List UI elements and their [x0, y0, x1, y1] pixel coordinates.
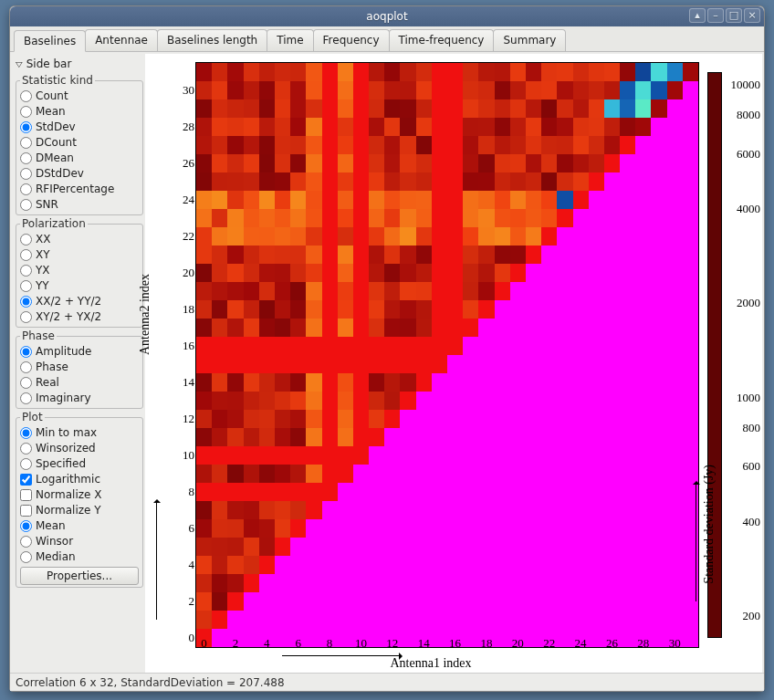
pol-xy-2-yx-2[interactable]: XY/2 + YX/2 — [20, 309, 141, 325]
group-plot: Plot Min to maxWinsorizedSpecifiedLogari… — [16, 411, 143, 588]
plot-opt-normalize-x[interactable]: Normalize X — [20, 487, 141, 503]
close-button[interactable]: × — [744, 8, 760, 23]
sidebar: ▽ Side bar Statistic kind CountMeanStdDe… — [10, 52, 145, 673]
heatmap[interactable] — [196, 63, 698, 647]
tab-summary[interactable]: Summary — [493, 29, 566, 51]
group-statistic-kind: Statistic kind CountMeanStdDevDCountDMea… — [16, 74, 143, 215]
properties-button[interactable]: Properties... — [20, 567, 139, 585]
stat-mean[interactable]: Mean — [20, 104, 141, 120]
plot-opt-mean[interactable]: Mean — [20, 518, 141, 534]
plot-opt-min-to-max[interactable]: Min to max — [20, 425, 141, 441]
titlebar: aoqplot ▴ – □ × — [10, 6, 764, 26]
y-axis-label: Antenna2 index — [138, 274, 152, 355]
pol-yx[interactable]: YX — [20, 263, 141, 278]
pol-yy[interactable]: YY — [20, 278, 141, 294]
chevron-down-icon: ▽ — [16, 60, 23, 68]
minimize-button[interactable]: – — [707, 8, 724, 23]
stat-dmean[interactable]: DMean — [20, 151, 141, 166]
group-legend: Polarization — [20, 217, 88, 230]
group-polarization: Polarization XXXYYXYYXX/2 + YY/2XY/2 + Y… — [16, 217, 143, 328]
stat-count[interactable]: Count — [20, 89, 141, 104]
group-phase: Phase AmplitudePhaseRealImaginary — [16, 329, 143, 409]
tab-time-frequency[interactable]: Time-frequency — [389, 29, 495, 51]
tab-time[interactable]: Time — [267, 29, 313, 51]
stat-stddev[interactable]: StdDev — [20, 120, 141, 135]
y-axis-ticks: 024681012141618202224262830 — [176, 63, 194, 647]
maximize-button[interactable]: □ — [726, 8, 742, 23]
tab-frequency[interactable]: Frequency — [313, 29, 390, 51]
group-legend: Statistic kind — [20, 74, 95, 87]
stat-dstddev[interactable]: DStdDev — [20, 166, 141, 182]
plot-opt-winsorized[interactable]: Winsorized — [20, 441, 141, 456]
pol-xy[interactable]: XY — [20, 247, 141, 263]
pol-xx[interactable]: XX — [20, 232, 141, 247]
plot-opt-winsor[interactable]: Winsor — [20, 534, 141, 549]
stat-rfipercentage[interactable]: RFIPercentage — [20, 182, 141, 197]
sidebar-toggle[interactable]: ▽ Side bar — [16, 56, 143, 74]
phase-real[interactable]: Real — [20, 375, 141, 391]
plot-opt-logarithmic[interactable]: Logarithmic — [20, 472, 141, 487]
colorbar-arrow-icon — [696, 483, 696, 601]
y-axis-arrow-icon — [156, 501, 157, 620]
colorbar-ticks: 2004006008001000200040006000800010000 — [724, 72, 760, 638]
group-legend: Plot — [20, 411, 45, 423]
x-axis-ticks: 024681012141618202224262830 — [196, 636, 698, 651]
phase-imaginary[interactable]: Imaginary — [20, 391, 141, 406]
plot-opt-specified[interactable]: Specified — [20, 456, 141, 472]
stat-dcount[interactable]: DCount — [20, 135, 141, 151]
tab-bar: BaselinesAntennaeBaselines lengthTimeFre… — [10, 26, 764, 52]
window-title: aoqplot — [366, 10, 407, 23]
sidebar-title: Side bar — [26, 57, 72, 70]
status-bar: Correlation 6 x 32, StandardDeviation = … — [10, 673, 764, 691]
x-axis-label: Antenna1 index — [145, 656, 762, 671]
shade-button[interactable]: ▴ — [689, 8, 706, 23]
phase-phase[interactable]: Phase — [20, 360, 141, 375]
content-area: ▽ Side bar Statistic kind CountMeanStdDe… — [10, 52, 764, 673]
status-text: Correlation 6 x 32, StandardDeviation = … — [16, 676, 285, 689]
stat-snr[interactable]: SNR — [20, 197, 141, 213]
app-window: aoqplot ▴ – □ × BaselinesAntennaeBaselin… — [9, 5, 765, 692]
tab-baselines-length[interactable]: Baselines length — [157, 29, 267, 51]
plot-opt-median[interactable]: Median — [20, 549, 141, 565]
tab-baselines[interactable]: Baselines — [14, 30, 86, 52]
group-legend: Phase — [20, 329, 57, 342]
phase-amplitude[interactable]: Amplitude — [20, 344, 141, 360]
pol-xx-2-yy-2[interactable]: XX/2 + YY/2 — [20, 294, 141, 309]
plot-opt-normalize-y[interactable]: Normalize Y — [20, 503, 141, 518]
plot-area[interactable]: Antenna2 index 0246810121416182022242628… — [145, 54, 762, 673]
tab-antennae[interactable]: Antennae — [85, 29, 158, 51]
colorbar-label: Standard deviation (Jy) — [702, 465, 716, 584]
